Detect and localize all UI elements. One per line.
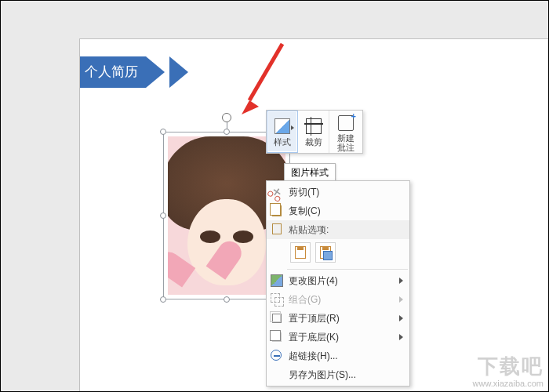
context-menu: 剪切(T) 复制(C) 粘贴选项: 更改图片(4) 组合(G) 置于顶层(R)	[266, 180, 410, 387]
resize-handle-nw[interactable]	[160, 129, 166, 135]
svg-line-0	[249, 44, 282, 100]
resize-handle-n[interactable]	[224, 129, 230, 135]
send-back-icon	[272, 332, 282, 342]
cut-icon	[268, 183, 285, 201]
style-label: 样式	[274, 136, 291, 148]
banner-title: 个人简历	[80, 56, 146, 88]
style-icon	[274, 118, 290, 134]
submenu-arrow-icon	[399, 278, 403, 284]
resize-handle-sw[interactable]	[160, 296, 166, 303]
crop-icon	[306, 118, 322, 134]
style-button[interactable]: 样式	[267, 111, 298, 153]
menu-paste-header: 粘贴选项:	[267, 220, 409, 239]
comment-icon	[338, 115, 354, 131]
menu-group: 组合(G)	[267, 290, 409, 309]
chevron-banner: 个人简历	[80, 56, 188, 88]
submenu-arrow-icon	[399, 334, 403, 340]
svg-marker-1	[242, 100, 259, 114]
paste-option-2[interactable]	[315, 242, 336, 263]
banner-tail	[146, 56, 165, 88]
document-area: 个人简历 样式 裁剪	[79, 38, 548, 391]
resize-handle-s[interactable]	[224, 296, 230, 303]
new-comment-button[interactable]: 新建 批注	[329, 111, 362, 153]
paste-option-1[interactable]	[290, 242, 311, 263]
crop-label: 裁剪	[305, 136, 322, 148]
menu-save-as-picture[interactable]: 另存为图片(S)...	[267, 365, 409, 384]
watermark-brand: 下载吧	[473, 353, 544, 380]
link-icon	[271, 350, 282, 361]
copy-icon	[272, 205, 282, 216]
submenu-arrow-icon	[399, 315, 403, 321]
rotate-handle[interactable]	[222, 113, 231, 122]
mini-toolbar: 样式 裁剪 新建 批注	[266, 110, 363, 154]
menu-copy[interactable]: 复制(C)	[267, 201, 409, 220]
change-picture-icon	[271, 274, 283, 287]
bring-front-icon	[272, 314, 282, 323]
paste-icon	[272, 223, 282, 234]
group-icon	[271, 293, 283, 306]
watermark-url: www.xiazaiba.com	[473, 379, 544, 388]
menu-cut[interactable]: 剪切(T)	[267, 183, 409, 201]
new-comment-label: 新建 批注	[337, 133, 354, 152]
menu-send-back[interactable]: 置于底层(K)	[267, 328, 409, 347]
menu-change-picture[interactable]: 更改图片(4)	[267, 271, 409, 290]
crop-button[interactable]: 裁剪	[298, 111, 329, 153]
menu-bring-front[interactable]: 置于顶层(R)	[267, 309, 409, 328]
banner-arrow-2	[169, 56, 188, 88]
menu-hyperlink[interactable]: 超链接(H)...	[267, 347, 409, 365]
watermark: 下载吧 www.xiazaiba.com	[473, 353, 544, 388]
separator	[287, 269, 408, 270]
resize-handle-w[interactable]	[160, 212, 166, 219]
submenu-arrow-icon	[399, 296, 403, 303]
annotation-arrow	[235, 39, 290, 118]
paste-options	[267, 239, 409, 267]
